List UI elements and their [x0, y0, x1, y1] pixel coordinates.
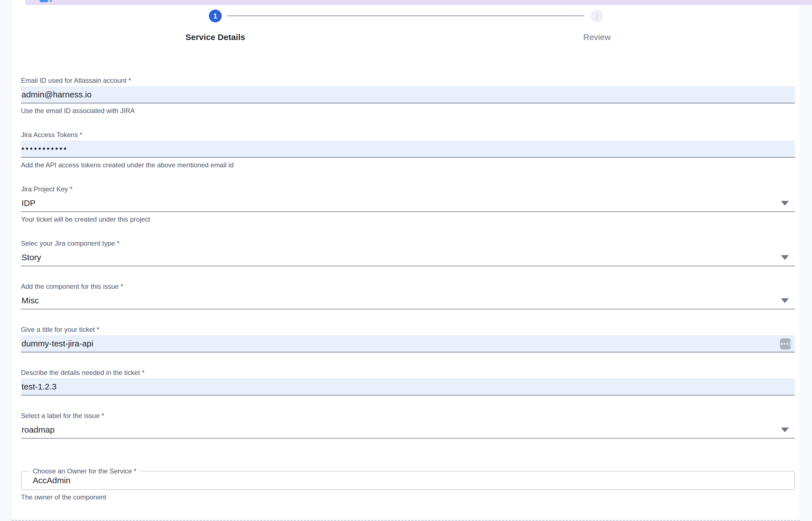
ticket-title-input[interactable]: dummy-test-jira-api — [21, 335, 795, 353]
step-1-indicator[interactable]: 1 — [209, 9, 222, 22]
issue-component-label: Add the component for this issue * — [21, 282, 795, 290]
email-field-label: Email ID used for Atlassain account * — [21, 77, 795, 85]
cursor-bar — [790, 341, 790, 346]
step-2-indicator[interactable]: 2 — [591, 9, 603, 22]
project-key-label: Jira Project Key * — [21, 185, 795, 193]
chevron-down-icon[interactable] — [781, 298, 789, 303]
wizard-page: 1 2 Service Details Review Email ID used… — [0, 0, 812, 521]
owner-field-label: Choose an Owner for the Service * — [29, 467, 140, 475]
owner-input-value: AccAdmin — [22, 476, 70, 485]
field-group-project-key: Jira Project Key * IDP Your ticket will … — [21, 185, 795, 223]
field-group-email: Email ID used for Atlassain account * ad… — [21, 77, 795, 115]
stepper-connector-line — [227, 15, 584, 16]
project-key-value: IDP — [21, 198, 35, 208]
dot — [784, 343, 785, 345]
ticket-description-value: test-1.2.3 — [21, 382, 56, 391]
top-header-bar — [25, 0, 812, 5]
dot — [786, 343, 788, 345]
step-2-label[interactable]: Review — [547, 32, 647, 42]
issue-component-select[interactable]: Misc — [21, 292, 795, 310]
component-type-value: Story — [21, 253, 41, 262]
step-1-label[interactable]: Service Details — [165, 32, 266, 42]
field-group-ticket-description: Describe the details needed in the ticke… — [21, 369, 795, 395]
service-details-form: Email ID used for Atlassain account * ad… — [21, 77, 795, 517]
owner-helper-text: The owner of the component — [21, 493, 795, 501]
chevron-down-icon[interactable] — [781, 255, 789, 260]
field-group-issue-component: Add the component for this issue * Misc — [21, 282, 795, 310]
project-key-select[interactable]: IDP — [21, 195, 795, 212]
component-type-label: Selec your Jira component type * — [21, 240, 795, 247]
dot — [781, 343, 782, 345]
project-key-helper-text: Your ticket will be created under this p… — [21, 216, 795, 223]
tokens-field-label: Jira Access Tokens * — [21, 131, 795, 139]
field-group-component-type: Selec your Jira component type * Story — [21, 240, 795, 266]
ticket-description-input[interactable]: test-1.2.3 — [21, 378, 795, 395]
ticket-description-label: Describe the details needed in the ticke… — [21, 369, 795, 377]
tokens-input-value: ••••••••••• — [21, 144, 68, 153]
email-helper-text: Use the email ID associated with JIRA — [21, 107, 795, 115]
issue-label-select[interactable]: roadmap — [21, 422, 795, 439]
chevron-down-icon[interactable] — [781, 428, 789, 432]
field-group-ticket-title: Give a title for your ticket * dummy-tes… — [21, 326, 795, 353]
ticket-title-value: dummy-test-jira-api — [21, 339, 93, 348]
email-input[interactable]: admin@harness.io — [21, 86, 795, 104]
owner-input[interactable]: Choose an Owner for the Service * AccAdm… — [21, 471, 795, 490]
header-logo-fragment-icon — [40, 0, 48, 2]
left-page-gutter — [0, 0, 12, 521]
field-group-access-tokens: Jira Access Tokens * ••••••••••• Add the… — [21, 131, 795, 169]
issue-label-value: roadmap — [21, 425, 54, 434]
email-input-value: admin@harness.io — [21, 90, 92, 99]
chevron-down-icon[interactable] — [781, 201, 789, 206]
tokens-input[interactable]: ••••••••••• — [21, 140, 795, 158]
wizard-panel: 1 2 Service Details Review Email ID used… — [12, 5, 800, 521]
tokens-helper-text: Add the API access tokens created under … — [21, 161, 795, 169]
issue-label-label: Select a label for the issue * — [21, 412, 795, 420]
ticket-title-label: Give a title for your ticket * — [21, 326, 795, 334]
issue-component-value: Misc — [21, 296, 39, 305]
component-type-select[interactable]: Story — [21, 249, 795, 266]
field-group-owner: Choose an Owner for the Service * AccAdm… — [21, 471, 795, 501]
field-group-issue-label: Select a label for the issue * roadmap — [21, 412, 795, 439]
right-page-gutter — [800, 5, 812, 521]
header-logo-fragment-icon — [50, 0, 52, 2]
runtime-input-icon[interactable] — [780, 338, 791, 349]
